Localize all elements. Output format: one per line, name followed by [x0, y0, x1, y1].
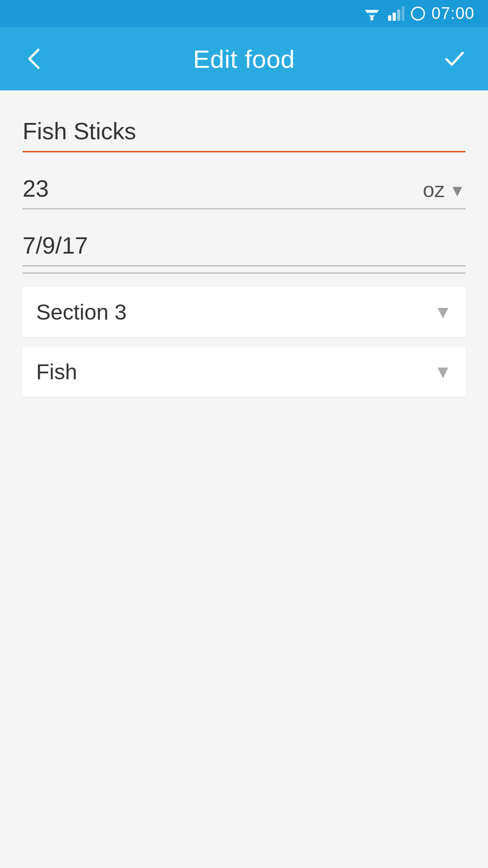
wifi-icon [362, 6, 382, 21]
date-input[interactable] [23, 223, 465, 266]
section-dropdown-arrow: ▼ [434, 302, 452, 322]
category-value: Fish [36, 359, 77, 384]
quantity-input[interactable] [23, 166, 212, 202]
svg-rect-7 [402, 6, 404, 21]
unit-selector[interactable]: oz ▼ [423, 173, 465, 202]
category-dropdown-arrow: ▼ [434, 362, 452, 382]
section-dropdown[interactable]: Section 3 ▼ [23, 287, 465, 338]
svg-rect-5 [393, 13, 396, 21]
food-name-input[interactable] [23, 108, 465, 152]
page-title: Edit food [193, 44, 295, 74]
status-time: 07:00 [432, 4, 474, 23]
circle-icon [411, 6, 425, 21]
back-button[interactable] [18, 43, 50, 75]
food-name-field-group [23, 108, 465, 152]
signal-icon [388, 6, 404, 21]
unit-label: oz [423, 178, 445, 202]
category-dropdown[interactable]: Fish ▼ [23, 347, 465, 397]
status-bar: 07:00 [0, 0, 488, 27]
form-content: oz ▼ Section 3 ▼ Fish ▼ [0, 90, 488, 868]
date-field-group [23, 223, 465, 274]
app-bar: Edit food [0, 27, 488, 90]
svg-point-8 [412, 7, 424, 20]
svg-point-3 [370, 18, 373, 21]
quantity-row: oz ▼ [23, 166, 465, 209]
status-icons: 07:00 [362, 4, 474, 23]
unit-dropdown-arrow: ▼ [449, 181, 465, 200]
section-value: Section 3 [36, 300, 127, 325]
confirm-button[interactable] [438, 43, 470, 75]
svg-rect-4 [388, 15, 391, 21]
svg-rect-6 [397, 9, 400, 21]
